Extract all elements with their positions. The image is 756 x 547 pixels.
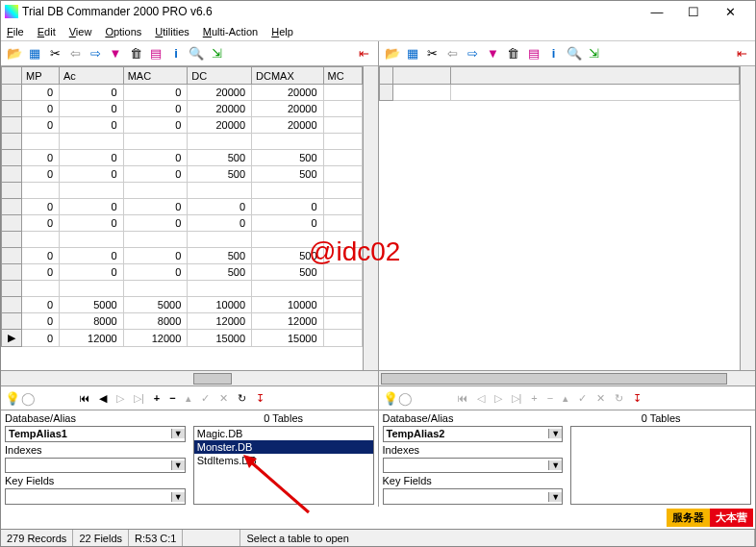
tables-list[interactable] xyxy=(570,426,751,505)
keyfields-combo[interactable]: ▼ xyxy=(5,488,186,505)
cut-icon[interactable]: ✂ xyxy=(47,46,63,62)
table-item[interactable]: StdItems.DB xyxy=(194,454,373,467)
globe-icon[interactable]: ◯ xyxy=(398,390,414,406)
nav-edit[interactable]: ▴ xyxy=(558,392,573,405)
back-icon[interactable]: ⇦ xyxy=(445,46,461,62)
nav-first[interactable]: ⏮ xyxy=(452,392,472,404)
left-toolbar: 📂 ▦ ✂ ⇦ ⇨ ▼ 🗑 ▤ i 🔍 ⇲ ⇤ xyxy=(1,41,378,66)
status-fields: 22 Fields xyxy=(73,530,129,546)
nav-post[interactable]: ✓ xyxy=(196,392,214,405)
menu-options[interactable]: Options xyxy=(105,26,141,37)
filter-icon[interactable]: ▼ xyxy=(108,46,123,62)
close-button[interactable]: ✕ xyxy=(718,3,742,20)
open-icon[interactable]: 📂 xyxy=(385,46,400,62)
menu-bar: File Edit View Options Utilities Multi-A… xyxy=(1,22,755,41)
status-records: 279 Records xyxy=(1,530,73,546)
nav-next[interactable]: ▷ xyxy=(112,392,129,405)
nav-last[interactable]: ▷| xyxy=(129,392,149,405)
right-hscrollbar[interactable] xyxy=(379,370,756,385)
status-pos: R:53 C:1 xyxy=(129,530,183,546)
left-grid[interactable]: MPAcMACDCDCMAXMC000200002000000020000200… xyxy=(1,66,363,370)
maximize-button[interactable]: ☐ xyxy=(682,3,705,20)
layers-icon[interactable]: ▤ xyxy=(526,46,542,62)
menu-help[interactable]: Help xyxy=(271,26,293,37)
back-icon[interactable]: ⇦ xyxy=(67,46,83,62)
title-bar: Trial DB Commander 2000 PRO v6.6 — ☐ ✕ xyxy=(1,1,755,22)
nav-last[interactable]: ▷| xyxy=(507,392,527,405)
filter-icon[interactable]: ▼ xyxy=(486,46,501,62)
menu-file[interactable]: File xyxy=(7,26,24,37)
nav-prev[interactable]: ◁ xyxy=(472,392,490,405)
menu-multi-action[interactable]: Multi-Action xyxy=(203,26,258,37)
nav-add[interactable]: + xyxy=(149,392,164,404)
cut-icon[interactable]: ✂ xyxy=(425,46,441,62)
indexes-combo[interactable]: ▼ xyxy=(383,458,564,474)
right-vscrollbar[interactable] xyxy=(740,66,755,370)
nav-prev[interactable]: ◀ xyxy=(94,392,112,405)
nav-refresh[interactable]: ↻ xyxy=(610,392,628,405)
table-item[interactable]: Monster.DB xyxy=(194,440,373,454)
lamp-icon[interactable]: 💡 xyxy=(5,390,20,406)
layers-icon[interactable]: ▤ xyxy=(148,46,164,62)
dbalias-combo[interactable]: TempAlias2▼ xyxy=(383,426,564,442)
trash-icon[interactable]: 🗑 xyxy=(506,46,521,62)
window-title: Trial DB Commander 2000 PRO v6.6 xyxy=(22,5,645,18)
zoom-icon[interactable]: 🔍 xyxy=(567,46,582,62)
right-grid[interactable] xyxy=(379,66,741,370)
status-bar: 279 Records 22 Fields R:53 C:1 Select a … xyxy=(1,529,755,546)
table-item[interactable]: Magic.DB xyxy=(194,427,373,440)
tables-header: 0 Tables xyxy=(570,412,751,424)
info-icon[interactable]: i xyxy=(168,46,184,62)
nav-first[interactable]: ⏮ xyxy=(74,392,94,404)
app-icon xyxy=(5,5,18,18)
keyfields-label: Key Fields xyxy=(383,475,564,486)
menu-utilities[interactable]: Utilities xyxy=(155,26,189,37)
tables-list[interactable]: Magic.DBMonster.DBStdItems.DB xyxy=(193,426,374,505)
exit-icon[interactable]: ⇤ xyxy=(734,46,749,62)
forward-icon[interactable]: ⇨ xyxy=(466,46,481,62)
trash-icon[interactable]: 🗑 xyxy=(128,46,143,62)
nav-edit[interactable]: ▴ xyxy=(181,392,196,405)
zoom-icon[interactable]: 🔍 xyxy=(189,46,204,62)
right-pane: 📂 ▦ ✂ ⇦ ⇨ ▼ 🗑 ▤ i 🔍 ⇲ ⇤ xyxy=(379,41,756,385)
nav-cancel[interactable]: ✕ xyxy=(214,392,233,405)
globe-icon[interactable]: ◯ xyxy=(20,390,36,406)
grid-icon[interactable]: ▦ xyxy=(405,46,420,62)
indexes-label: Indexes xyxy=(383,444,564,456)
left-pane: 📂 ▦ ✂ ⇦ ⇨ ▼ 🗑 ▤ i 🔍 ⇲ ⇤ MPAcMACDCDCMAXMC… xyxy=(1,41,379,385)
menu-view[interactable]: View xyxy=(69,26,92,37)
nav-post[interactable]: ✓ xyxy=(573,392,592,405)
nav-delete[interactable]: − xyxy=(542,392,558,404)
dbalias-label: Database/Alias xyxy=(383,412,564,424)
open-icon[interactable]: 📂 xyxy=(7,46,22,62)
indexes-combo[interactable]: ▼ xyxy=(5,458,186,474)
nav-bookmark[interactable]: ↧ xyxy=(251,392,269,405)
nav-bookmark[interactable]: ↧ xyxy=(628,392,646,405)
nav-next[interactable]: ▷ xyxy=(490,392,507,405)
nav-refresh[interactable]: ↻ xyxy=(233,392,251,405)
status-hint: Select a table to open xyxy=(240,530,755,546)
nav-delete[interactable]: − xyxy=(164,392,180,404)
menu-edit[interactable]: Edit xyxy=(38,26,56,37)
forward-icon[interactable]: ⇨ xyxy=(88,46,103,62)
left-hscrollbar[interactable] xyxy=(1,370,378,385)
keyfields-label: Key Fields xyxy=(5,475,186,486)
run-icon[interactable]: ⇲ xyxy=(209,46,224,62)
exit-icon[interactable]: ⇤ xyxy=(357,46,372,62)
keyfields-combo[interactable]: ▼ xyxy=(383,488,564,505)
grid-icon[interactable]: ▦ xyxy=(27,46,42,62)
dbalias-label: Database/Alias xyxy=(5,412,186,424)
minimize-button[interactable]: — xyxy=(645,3,668,20)
tables-header: 0 Tables xyxy=(193,412,374,424)
right-toolbar: 📂 ▦ ✂ ⇦ ⇨ ▼ 🗑 ▤ i 🔍 ⇲ ⇤ xyxy=(379,41,756,66)
lamp-icon[interactable]: 💡 xyxy=(383,390,398,406)
left-vscrollbar[interactable] xyxy=(363,66,378,370)
indexes-label: Indexes xyxy=(5,444,186,456)
dbalias-combo[interactable]: TempAlias1▼ xyxy=(5,426,186,442)
nav-add[interactable]: + xyxy=(526,392,542,404)
left-nav-row: 💡 ◯ ⏮ ◀ ▷ ▷| + − ▴ ✓ ✕ ↻ ↧ xyxy=(1,385,378,410)
right-nav-row: 💡 ◯ ⏮ ◁ ▷ ▷| + − ▴ ✓ ✕ ↻ ↧ xyxy=(379,385,756,410)
run-icon[interactable]: ⇲ xyxy=(587,46,602,62)
nav-cancel[interactable]: ✕ xyxy=(592,392,610,405)
info-icon[interactable]: i xyxy=(546,46,562,62)
